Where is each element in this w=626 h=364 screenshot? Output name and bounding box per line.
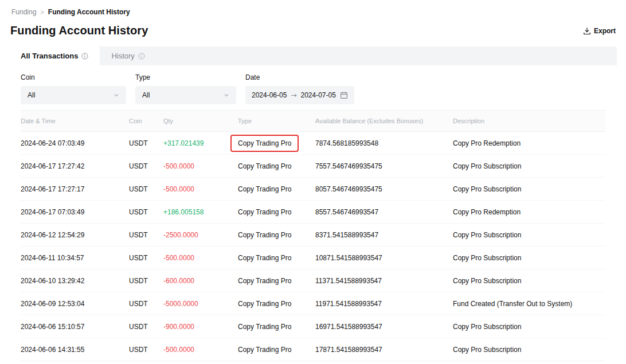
- description-cell: Copy Pro Subscription: [453, 269, 605, 292]
- type-select-value: All: [142, 91, 150, 99]
- description-cell: Fund Created (Transfer Out to System): [453, 292, 605, 315]
- qty-value: -500.0000: [163, 346, 194, 354]
- balance-value: 17871.541588993547: [315, 346, 382, 354]
- qty-value: -500.0000: [163, 254, 194, 262]
- coin-value: USDT: [129, 254, 148, 262]
- balance-value: 10871.541588993547: [315, 254, 382, 262]
- export-icon: [583, 27, 591, 35]
- description-cell: Copy Pro Subscription: [453, 246, 605, 269]
- balance-cell: 8057.5467469935475: [315, 178, 453, 200]
- description-cell: Copy Pro Subscription: [453, 315, 605, 338]
- qty-cell: -500.0000: [163, 246, 238, 269]
- balance-cell: 16971.541588993547: [315, 315, 453, 338]
- type-cell: Copy Trading Pro: [238, 269, 315, 292]
- coin-value: USDT: [129, 231, 148, 239]
- description-value: Copy Pro Subscription: [453, 162, 521, 170]
- description-value: Copy Pro Subscription: [453, 277, 521, 285]
- header-coin: Coin: [129, 111, 163, 131]
- type-value: Copy Trading Pro: [238, 208, 291, 216]
- table-body: 2024-06-24 07:03:49 USDT +317.021439 Cop…: [21, 132, 605, 361]
- description-value: Copy Pro Subscription: [453, 346, 521, 354]
- coin-value: USDT: [129, 300, 148, 308]
- type-value: Copy Trading Pro: [238, 231, 291, 239]
- datetime-cell: 2024-06-06 15:10:57: [21, 315, 129, 338]
- coin-select[interactable]: All: [21, 86, 126, 104]
- qty-value: +317.021439: [163, 139, 204, 147]
- qty-cell: +186.005158: [163, 201, 238, 223]
- type-cell: Copy Trading Pro: [238, 178, 315, 200]
- type-value: Copy Trading Pro: [238, 162, 291, 170]
- breadcrumb-separator-icon: >: [40, 9, 44, 15]
- qty-value: -600.0000: [163, 277, 194, 285]
- coin-cell: USDT: [129, 338, 163, 361]
- balance-value: 7557.5467469935475: [315, 162, 382, 170]
- date-filter-label: Date: [245, 73, 354, 81]
- header-type: Type: [238, 111, 315, 131]
- tab-history[interactable]: History: [100, 46, 156, 65]
- datetime-cell: 2024-06-10 13:29:42: [21, 269, 129, 292]
- tab-all-transactions[interactable]: All Transactions: [9, 46, 100, 65]
- description-value: Copy Pro Redemption: [453, 208, 521, 216]
- info-icon[interactable]: [138, 53, 145, 60]
- type-value: Copy Trading Pro: [238, 323, 291, 331]
- info-icon[interactable]: [81, 53, 88, 60]
- balance-cell: 11371.541588993547: [315, 269, 453, 292]
- datetime-value: 2024-06-10 13:29:42: [21, 277, 84, 285]
- balance-value: 8057.5467469935475: [315, 185, 382, 193]
- type-cell: Copy Trading Pro: [238, 132, 315, 154]
- type-select[interactable]: All: [135, 86, 236, 104]
- balance-value: 11371.541588993547: [315, 277, 382, 285]
- transactions-panel: Coin All Type All: [9, 65, 617, 361]
- qty-value: -5000.0000: [163, 300, 198, 308]
- type-value: Copy Trading Pro: [238, 185, 291, 193]
- tab-label: History: [111, 52, 134, 60]
- coin-filter: Coin All: [21, 73, 126, 104]
- coin-cell: USDT: [129, 246, 163, 269]
- datetime-cell: 2024-06-17 07:03:49: [21, 201, 129, 223]
- type-cell: Copy Trading Pro: [238, 292, 315, 315]
- coin-cell: USDT: [129, 224, 163, 246]
- balance-value: 8371.541588993547: [315, 231, 378, 239]
- coin-cell: USDT: [129, 178, 163, 200]
- arrow-right-icon: →: [291, 91, 296, 99]
- type-cell: Copy Trading Pro: [238, 155, 315, 177]
- coin-value: USDT: [129, 277, 148, 285]
- header-datetime: Date & Time: [21, 111, 129, 131]
- breadcrumb-current: Funding Account History: [48, 8, 130, 16]
- balance-cell: 7874.568185993548: [315, 132, 453, 154]
- coin-value: USDT: [129, 162, 148, 170]
- table-row: 2024-06-17 17:27:17 USDT -500.0000 Copy …: [21, 178, 605, 201]
- description-cell: Copy Pro Subscription: [453, 178, 605, 200]
- coin-select-value: All: [28, 91, 35, 99]
- balance-cell: 8557.546746993547: [315, 201, 453, 223]
- table-row: 2024-06-06 15:10:57 USDT -900.0000 Copy …: [21, 315, 605, 338]
- export-button[interactable]: Export: [583, 27, 616, 35]
- qty-value: -500.0000: [163, 162, 194, 170]
- datetime-cell: 2024-06-09 12:53:04: [21, 292, 129, 315]
- description-cell: Copy Pro Redemption: [453, 201, 605, 223]
- coin-cell: USDT: [129, 155, 163, 177]
- type-cell: Copy Trading Pro: [238, 315, 315, 338]
- transactions-table: Date & Time Coin Qty Type Available Bala…: [21, 110, 605, 361]
- description-value: Copy Pro Subscription: [453, 185, 521, 193]
- coin-value: USDT: [129, 139, 148, 147]
- balance-cell: 10871.541588993547: [315, 246, 453, 269]
- qty-cell: -500.0000: [163, 155, 238, 177]
- qty-value: -900.0000: [163, 323, 194, 331]
- type-cell: Copy Trading Pro: [238, 246, 315, 269]
- table-row: 2024-06-09 12:53:04 USDT -5000.0000 Copy…: [21, 292, 605, 315]
- description-cell: Copy Pro Subscription: [453, 224, 605, 246]
- breadcrumb: Funding > Funding Account History: [9, 0, 617, 21]
- calendar-icon: [340, 91, 348, 99]
- description-value: Copy Pro Subscription: [453, 323, 521, 331]
- description-value: Fund Created (Transfer Out to System): [453, 300, 572, 308]
- description-value: Copy Pro Redemption: [453, 139, 521, 147]
- funding-history-page: Funding > Funding Account History Fundin…: [0, 0, 626, 361]
- table-row: 2024-06-06 14:31:55 USDT -500.0000 Copy …: [21, 338, 605, 361]
- tab-bar: All Transactions History: [9, 46, 617, 65]
- date-range-picker[interactable]: 2024-06-05 → 2024-07-05: [245, 86, 354, 104]
- qty-cell: -900.0000: [163, 315, 238, 338]
- filters: Coin All Type All: [21, 65, 605, 104]
- datetime-cell: 2024-06-17 17:27:42: [21, 155, 129, 177]
- breadcrumb-funding[interactable]: Funding: [11, 8, 36, 16]
